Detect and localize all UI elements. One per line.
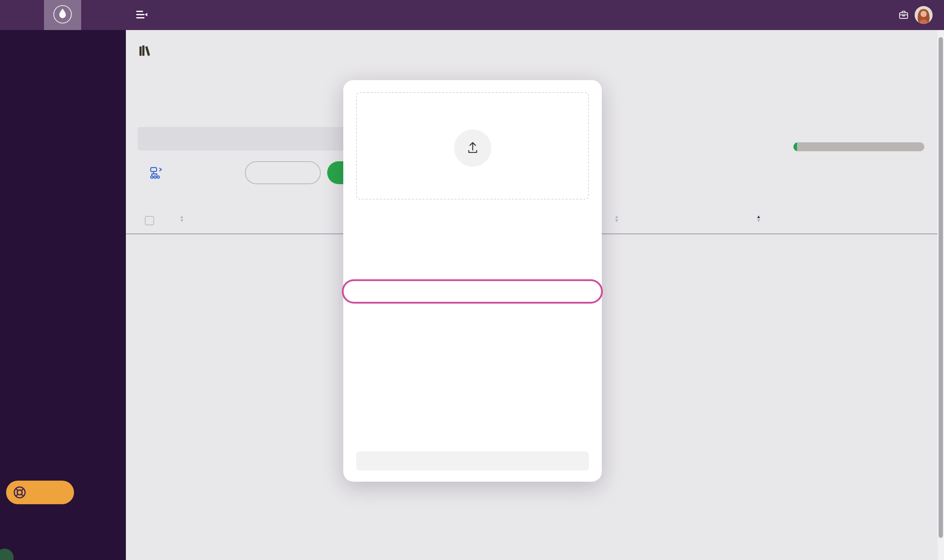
topbar-right (893, 0, 938, 30)
resource-library-books-icon (139, 44, 152, 57)
sort-icon[interactable]: ▲▼ (614, 215, 619, 222)
avatar[interactable] (915, 6, 933, 24)
column-last-modified[interactable]: ▲▼ (611, 215, 619, 222)
column-file-name[interactable]: ▲▼ (176, 215, 184, 222)
storage-progress-fill (793, 142, 797, 151)
lifebuoy-icon (12, 485, 28, 500)
cancel-button[interactable] (356, 451, 589, 471)
scrollbar-thumb[interactable] (939, 37, 943, 538)
chat-widget-sliver[interactable] (0, 549, 14, 560)
storage-progress-bar (793, 142, 924, 151)
sidebar (0, 30, 126, 560)
sort-icon[interactable]: ▲▼ (180, 215, 184, 222)
sidebar-collapse-icon[interactable] (135, 9, 148, 21)
create-folder-button[interactable] (245, 161, 321, 184)
reorder-items-button[interactable] (149, 162, 169, 184)
app-root: ▲▼ ▲▼ ▲▼ (0, 0, 944, 560)
select-all-checkbox[interactable] (145, 216, 154, 225)
help-button[interactable] (6, 481, 74, 504)
top-bar (0, 0, 944, 30)
upload-modal (343, 80, 602, 482)
upload-icon (465, 140, 481, 157)
water-drop-logo-icon (52, 3, 73, 26)
brand-logo[interactable] (44, 0, 81, 30)
dropzone[interactable] (356, 92, 589, 200)
page-scrollbar[interactable] (938, 30, 944, 560)
workspace-briefcase-icon[interactable] (898, 10, 909, 20)
column-file-size[interactable]: ▲▼ (753, 215, 761, 222)
sort-icon-active[interactable]: ▲▼ (756, 215, 761, 222)
reorder-sitemap-icon (149, 166, 164, 179)
upload-circle (454, 129, 491, 167)
